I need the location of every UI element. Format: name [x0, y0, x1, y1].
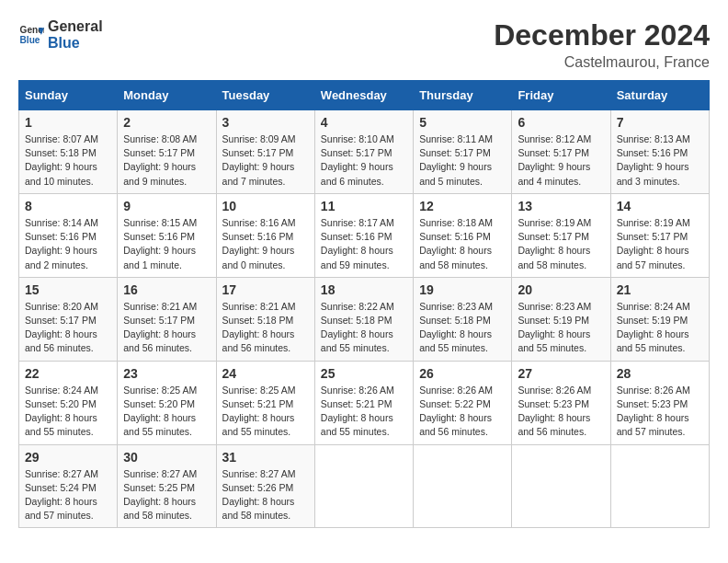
month-year-title: December 2024 [494, 18, 710, 52]
day-cell: 26Sunrise: 8:26 AM Sunset: 5:22 PM Dayli… [414, 361, 512, 444]
day-number: 18 [321, 282, 407, 297]
day-cell: 4Sunrise: 8:10 AM Sunset: 5:17 PM Daylig… [314, 110, 413, 194]
day-info: Sunrise: 8:27 AM Sunset: 5:26 PM Dayligh… [222, 467, 309, 523]
day-number: 13 [518, 199, 604, 213]
day-info: Sunrise: 8:26 AM Sunset: 5:22 PM Dayligh… [419, 384, 506, 440]
day-cell: 28Sunrise: 8:26 AM Sunset: 5:23 PM Dayli… [610, 361, 709, 444]
day-info: Sunrise: 8:25 AM Sunset: 5:20 PM Dayligh… [123, 384, 210, 440]
logo-icon: General Blue [18, 22, 44, 48]
day-cell [314, 444, 413, 528]
day-info: Sunrise: 8:12 AM Sunset: 5:17 PM Dayligh… [518, 132, 604, 189]
day-cell: 12Sunrise: 8:18 AM Sunset: 5:16 PM Dayli… [414, 193, 512, 277]
day-info: Sunrise: 8:09 AM Sunset: 5:17 PM Dayligh… [222, 132, 309, 189]
day-info: Sunrise: 8:26 AM Sunset: 5:21 PM Dayligh… [321, 384, 407, 440]
day-number: 20 [518, 282, 604, 297]
day-cell: 29Sunrise: 8:27 AM Sunset: 5:24 PM Dayli… [19, 444, 118, 528]
day-number: 15 [25, 282, 111, 297]
day-info: Sunrise: 8:21 AM Sunset: 5:18 PM Dayligh… [222, 300, 309, 356]
day-cell: 23Sunrise: 8:25 AM Sunset: 5:20 PM Dayli… [118, 361, 216, 444]
day-number: 6 [518, 115, 604, 130]
day-info: Sunrise: 8:19 AM Sunset: 5:17 PM Dayligh… [518, 216, 604, 272]
day-cell: 15Sunrise: 8:20 AM Sunset: 5:17 PM Dayli… [19, 277, 118, 361]
day-number: 25 [321, 366, 407, 381]
day-info: Sunrise: 8:24 AM Sunset: 5:20 PM Dayligh… [25, 384, 111, 440]
day-info: Sunrise: 8:10 AM Sunset: 5:17 PM Dayligh… [321, 132, 407, 189]
day-cell: 20Sunrise: 8:23 AM Sunset: 5:19 PM Dayli… [512, 277, 610, 361]
day-info: Sunrise: 8:26 AM Sunset: 5:23 PM Dayligh… [617, 384, 703, 440]
day-info: Sunrise: 8:08 AM Sunset: 5:17 PM Dayligh… [123, 132, 210, 189]
day-cell [610, 444, 709, 528]
day-number: 16 [123, 282, 210, 297]
day-cell: 30Sunrise: 8:27 AM Sunset: 5:25 PM Dayli… [118, 444, 216, 528]
day-cell: 5Sunrise: 8:11 AM Sunset: 5:17 PM Daylig… [414, 110, 512, 194]
logo: General Blue General Blue [18, 18, 103, 52]
day-info: Sunrise: 8:22 AM Sunset: 5:18 PM Dayligh… [321, 300, 407, 356]
day-number: 17 [222, 282, 309, 297]
calendar-table: SundayMondayTuesdayWednesdayThursdayFrid… [18, 80, 710, 528]
day-number: 19 [419, 282, 506, 297]
day-number: 31 [222, 450, 309, 465]
day-cell: 24Sunrise: 8:25 AM Sunset: 5:21 PM Dayli… [216, 361, 314, 444]
day-info: Sunrise: 8:17 AM Sunset: 5:16 PM Dayligh… [321, 216, 407, 272]
day-number: 9 [123, 199, 210, 213]
day-cell: 3Sunrise: 8:09 AM Sunset: 5:17 PM Daylig… [216, 110, 314, 194]
day-cell: 21Sunrise: 8:24 AM Sunset: 5:19 PM Dayli… [610, 277, 709, 361]
column-header-wednesday: Wednesday [314, 81, 413, 110]
day-info: Sunrise: 8:18 AM Sunset: 5:16 PM Dayligh… [419, 216, 506, 272]
day-number: 14 [617, 199, 703, 213]
location-subtitle: Castelmaurou, France [494, 54, 710, 71]
week-row-1: 1Sunrise: 8:07 AM Sunset: 5:18 PM Daylig… [19, 110, 710, 194]
day-number: 28 [617, 366, 703, 381]
day-number: 5 [419, 115, 506, 130]
day-info: Sunrise: 8:11 AM Sunset: 5:17 PM Dayligh… [419, 132, 506, 189]
day-cell: 27Sunrise: 8:26 AM Sunset: 5:23 PM Dayli… [512, 361, 610, 444]
week-row-3: 15Sunrise: 8:20 AM Sunset: 5:17 PM Dayli… [19, 277, 710, 361]
day-cell: 16Sunrise: 8:21 AM Sunset: 5:17 PM Dayli… [118, 277, 216, 361]
calendar-header-row: SundayMondayTuesdayWednesdayThursdayFrid… [19, 81, 710, 110]
day-number: 11 [321, 199, 407, 213]
day-cell: 9Sunrise: 8:15 AM Sunset: 5:16 PM Daylig… [118, 193, 216, 277]
column-header-tuesday: Tuesday [216, 81, 314, 110]
day-info: Sunrise: 8:07 AM Sunset: 5:18 PM Dayligh… [25, 132, 111, 189]
day-cell [414, 444, 512, 528]
svg-text:Blue: Blue [20, 35, 40, 45]
day-cell: 18Sunrise: 8:22 AM Sunset: 5:18 PM Dayli… [314, 277, 413, 361]
day-number: 29 [25, 450, 111, 465]
day-cell: 10Sunrise: 8:16 AM Sunset: 5:16 PM Dayli… [216, 193, 314, 277]
day-number: 23 [123, 366, 210, 381]
column-header-monday: Monday [118, 81, 216, 110]
logo-general: General [48, 18, 103, 35]
day-number: 7 [617, 115, 703, 130]
day-number: 2 [123, 115, 210, 130]
day-cell: 22Sunrise: 8:24 AM Sunset: 5:20 PM Dayli… [19, 361, 118, 444]
column-header-sunday: Sunday [19, 81, 118, 110]
day-info: Sunrise: 8:16 AM Sunset: 5:16 PM Dayligh… [222, 216, 309, 272]
day-info: Sunrise: 8:21 AM Sunset: 5:17 PM Dayligh… [123, 300, 210, 356]
day-info: Sunrise: 8:23 AM Sunset: 5:18 PM Dayligh… [419, 300, 506, 356]
title-block: December 2024 Castelmaurou, France [494, 18, 710, 71]
day-info: Sunrise: 8:25 AM Sunset: 5:21 PM Dayligh… [222, 384, 309, 440]
logo-blue: Blue [48, 35, 103, 52]
column-header-thursday: Thursday [414, 81, 512, 110]
column-header-saturday: Saturday [610, 81, 709, 110]
day-cell: 17Sunrise: 8:21 AM Sunset: 5:18 PM Dayli… [216, 277, 314, 361]
day-number: 26 [419, 366, 506, 381]
day-cell: 2Sunrise: 8:08 AM Sunset: 5:17 PM Daylig… [118, 110, 216, 194]
column-header-friday: Friday [512, 81, 610, 110]
day-cell: 8Sunrise: 8:14 AM Sunset: 5:16 PM Daylig… [19, 193, 118, 277]
day-cell: 7Sunrise: 8:13 AM Sunset: 5:16 PM Daylig… [610, 110, 709, 194]
day-number: 27 [518, 366, 604, 381]
day-cell: 13Sunrise: 8:19 AM Sunset: 5:17 PM Dayli… [512, 193, 610, 277]
day-cell: 25Sunrise: 8:26 AM Sunset: 5:21 PM Dayli… [314, 361, 413, 444]
day-info: Sunrise: 8:19 AM Sunset: 5:17 PM Dayligh… [617, 216, 703, 272]
day-number: 24 [222, 366, 309, 381]
day-cell: 11Sunrise: 8:17 AM Sunset: 5:16 PM Dayli… [314, 193, 413, 277]
day-cell: 31Sunrise: 8:27 AM Sunset: 5:26 PM Dayli… [216, 444, 314, 528]
week-row-2: 8Sunrise: 8:14 AM Sunset: 5:16 PM Daylig… [19, 193, 710, 277]
day-info: Sunrise: 8:27 AM Sunset: 5:25 PM Dayligh… [123, 467, 210, 523]
day-number: 1 [25, 115, 111, 130]
day-info: Sunrise: 8:20 AM Sunset: 5:17 PM Dayligh… [25, 300, 111, 356]
day-number: 22 [25, 366, 111, 381]
day-number: 21 [617, 282, 703, 297]
day-cell: 1Sunrise: 8:07 AM Sunset: 5:18 PM Daylig… [19, 110, 118, 194]
